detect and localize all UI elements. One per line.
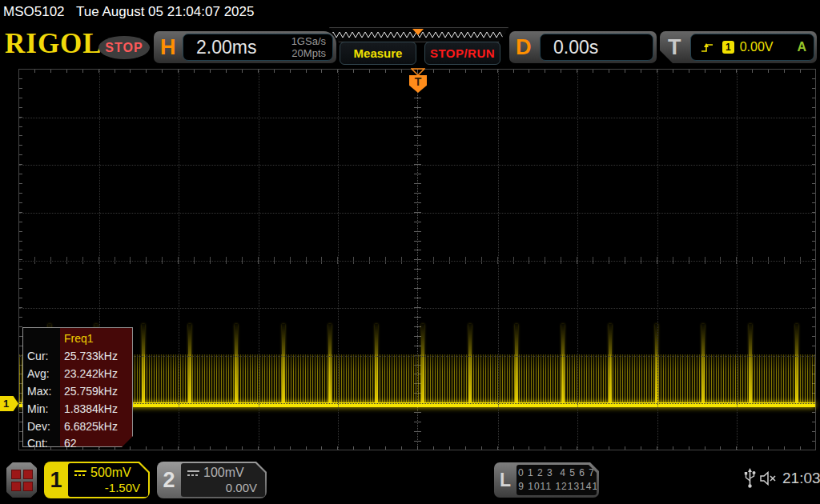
meas-label-cur: Cur: (27, 350, 48, 362)
meas-label-min: Min: (27, 402, 48, 415)
trigger-level-value: 0.00V (740, 40, 774, 54)
memory-depth: 20Mpts (291, 47, 326, 59)
grid-hline (19, 308, 815, 309)
trigger-slope-icon (701, 42, 714, 53)
datetime: Tue August 05 21:04:07 2025 (76, 4, 254, 20)
delay-label: D (516, 35, 532, 60)
waveform-spike (561, 324, 565, 404)
logic-channels-box: 0 1 2 3 4 5 6 7 8 9 1011 12131415 (517, 465, 597, 495)
speaker-muted-icon (760, 471, 779, 486)
trigger-control[interactable]: T 1 0.00V A (660, 31, 817, 63)
ch1-offset: -1.50V (105, 481, 140, 494)
channel2-number: 2 (157, 462, 181, 498)
grid-vline (179, 70, 179, 450)
waveform-spike (609, 324, 612, 404)
waveform-spike (421, 324, 424, 404)
ch1-marker-number: 1 (3, 398, 9, 410)
grid-hline (19, 261, 815, 262)
digital-channels-row2: 8 9 1011 12131415 (508, 480, 605, 494)
preview-zigzag (330, 28, 506, 40)
meas-label-avg: Avg: (27, 367, 50, 380)
timebase-value: 2.00ms (196, 37, 256, 58)
horizontal-label: H (160, 35, 176, 60)
meas-value-max: 25.759kHz (64, 385, 118, 398)
stop-run-button[interactable]: STOP/RUN (424, 42, 500, 65)
menu-grid-icon (11, 470, 33, 491)
grid-hline (19, 165, 815, 166)
waveform-spike (795, 324, 798, 404)
trigger-sweep-mode: A (797, 40, 806, 54)
grid-vline (498, 70, 499, 450)
waveform-spike (468, 324, 472, 404)
waveform-spike (375, 324, 378, 404)
oscilloscope-screen: MSO5102 Tue August 05 21:04:07 2025 RIGO… (0, 0, 820, 504)
waveform-spike (235, 324, 238, 404)
meas-value-min: 1.8384kHz (64, 402, 118, 415)
logic-analyzer-badge[interactable]: L 0 1 2 3 4 5 6 7 8 9 1011 12131415 (494, 462, 599, 498)
trigger-label: T (668, 35, 681, 60)
usb-icon (744, 468, 756, 489)
logic-analyzer-label: L (494, 462, 517, 498)
ch2-dc-coupling-icon (187, 469, 200, 478)
trigger-panel: 1 0.00V A (690, 34, 814, 61)
channel2-info: 100mV 0.00V (181, 463, 265, 497)
grid-hline (19, 213, 815, 214)
grid-hline (19, 118, 815, 118)
ch1-waveform-band (19, 354, 815, 404)
channel1-badge[interactable]: 1 500mV -1.50V (44, 462, 150, 498)
meas-label-max: Max: (27, 385, 51, 398)
graticule: T (18, 69, 816, 450)
trigger-position-outline-icon (411, 68, 425, 76)
trigger-position-marker[interactable]: T (409, 75, 427, 93)
waveform-spike (282, 324, 285, 404)
trigger-source-chip: 1 (722, 41, 734, 54)
clock: 21:03 (782, 470, 820, 487)
waveform-preview-strip[interactable] (329, 27, 508, 42)
measure-button[interactable]: Measure (340, 42, 416, 65)
waveform-spike (749, 324, 752, 404)
waveform-spike (701, 324, 705, 404)
channel1-number: 1 (44, 462, 68, 498)
ch1-scale: 500mV (90, 466, 131, 480)
channel1-info: 500mV -1.50V (68, 463, 148, 497)
grid-vline (657, 70, 658, 450)
meas-value-avg: 23.242kHz (64, 367, 118, 380)
waveform-spike (328, 324, 332, 404)
channel2-badge[interactable]: 2 100mV 0.00V (157, 462, 267, 498)
waveform-spike (188, 324, 191, 404)
meas-value-cur: 25.733kHz (64, 350, 118, 362)
grid-vline (737, 70, 738, 450)
grid-hline (19, 356, 815, 357)
ch1-offset-marker[interactable]: 1 (0, 396, 18, 411)
model-name: MSO5102 (3, 4, 65, 20)
ch2-scale: 100mV (203, 466, 244, 480)
rigol-logo: RIGOL (5, 28, 102, 60)
delay-panel: 0.00s (540, 34, 653, 61)
grid-vline (577, 70, 578, 450)
top-bar: MSO5102 Tue August 05 21:04:07 2025 (0, 0, 820, 24)
ch2-offset: 0.00V (226, 481, 257, 494)
grid-vline (259, 70, 259, 450)
horizontal-timebase-control[interactable]: H 2.00ms 1GSa/s 20Mpts (154, 31, 336, 63)
meas-label-dev: Dev: (27, 420, 50, 433)
waveform-spike (515, 324, 518, 404)
measurement-panel[interactable]: Freq1 Cur: 25.733kHz Avg: 23.242kHz Max:… (22, 327, 133, 447)
grid-hline (19, 403, 815, 404)
digital-channels-row1: 0 1 2 3 4 5 6 7 (518, 466, 595, 480)
delay-control[interactable]: D 0.00s (509, 31, 657, 63)
header-bar: RIGOL STOP H 2.00ms 1GSa/s 20Mpts Measur… (0, 26, 820, 65)
menu-grid-button[interactable] (6, 462, 37, 498)
sample-rate: 1GSa/s (291, 35, 326, 47)
grid-vline (338, 70, 339, 450)
acquisition-info: 1GSa/s 20Mpts (291, 35, 326, 59)
delay-value: 0.00s (553, 37, 598, 58)
run-state-badge: STOP (98, 36, 150, 59)
ch1-dc-coupling-icon (74, 469, 87, 478)
meas-value-dev: 6.6825kHz (64, 420, 118, 433)
waveform-spike (142, 324, 145, 404)
timebase-panel: 2.00ms 1GSa/s 20Mpts (183, 34, 333, 61)
measurement-title: Freq1 (64, 332, 94, 345)
